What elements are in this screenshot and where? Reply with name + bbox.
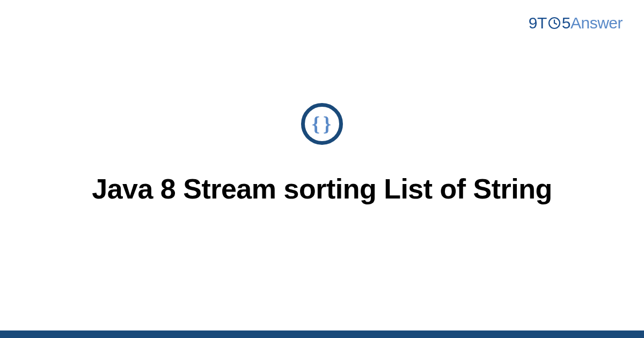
footer-accent-bar: [0, 330, 644, 338]
content-area: {} Java 8 Stream sorting List of String: [0, 0, 644, 330]
topic-badge: {}: [301, 103, 343, 145]
page-title: Java 8 Stream sorting List of String: [92, 172, 552, 207]
code-braces-icon: {}: [312, 114, 334, 134]
